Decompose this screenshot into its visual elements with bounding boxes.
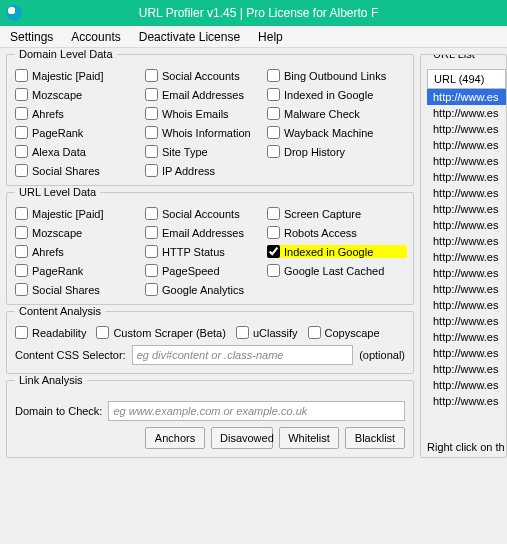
chk-label: Social Accounts — [162, 70, 240, 82]
url-list-row[interactable]: http://www.es — [427, 361, 506, 377]
url-list-row[interactable]: http://www.es — [427, 281, 506, 297]
chk-ahrefs[interactable]: Ahrefs — [15, 245, 145, 258]
menu-settings[interactable]: Settings — [10, 30, 53, 44]
group-url-list: URL List URL (494) http://www.eshttp://w… — [420, 54, 507, 458]
url-list-row[interactable]: http://www.es — [427, 329, 506, 345]
blacklist-button[interactable]: Blacklist — [345, 427, 405, 449]
url-list-row[interactable]: http://www.es — [427, 313, 506, 329]
chk-custom-scraper[interactable]: Custom Scraper (Beta) — [96, 326, 225, 339]
chk-ahrefs[interactable]: Ahrefs — [15, 107, 145, 120]
chk-label: Indexed in Google — [284, 89, 373, 101]
chk-http-status[interactable]: HTTP Status — [145, 245, 267, 258]
chk-label: Readability — [32, 327, 86, 339]
chk-wayback-machine[interactable]: Wayback Machine — [267, 126, 407, 139]
menu-accounts[interactable]: Accounts — [71, 30, 120, 44]
chk-mozscape[interactable]: Mozscape — [15, 88, 145, 101]
chk-pagerank[interactable]: PageRank — [15, 126, 145, 139]
chk-google-analytics[interactable]: Google Analytics — [145, 283, 267, 296]
chk-label: Majestic [Paid] — [32, 208, 104, 220]
chk-pagerank[interactable]: PageRank — [15, 264, 145, 277]
url-list-row[interactable]: http://www.es — [427, 105, 506, 121]
url-list-row[interactable]: http://www.es — [427, 121, 506, 137]
url-list-row[interactable]: http://www.es — [427, 137, 506, 153]
group-legend: Content Analysis — [15, 305, 105, 317]
chk-label: Ahrefs — [32, 246, 64, 258]
chk-readability[interactable]: Readability — [15, 326, 86, 339]
chk-site-type[interactable]: Site Type — [145, 145, 267, 158]
url-list[interactable]: http://www.eshttp://www.eshttp://www.esh… — [427, 89, 506, 438]
url-list-row[interactable]: http://www.es — [427, 217, 506, 233]
chk-label: Screen Capture — [284, 208, 361, 220]
group-legend: URL List — [429, 54, 479, 60]
menu-help[interactable]: Help — [258, 30, 283, 44]
content-css-selector-label: Content CSS Selector: — [15, 349, 126, 361]
chk-majestic-paid[interactable]: Majestic [Paid] — [15, 69, 145, 82]
group-domain-level-data: Domain Level Data Majestic [Paid]Social … — [6, 54, 414, 186]
url-list-row[interactable]: http://www.es — [427, 297, 506, 313]
chk-email-addresses[interactable]: Email Addresses — [145, 88, 267, 101]
whitelist-button[interactable]: Whitelist — [279, 427, 339, 449]
url-list-row[interactable]: http://www.es — [427, 377, 506, 393]
chk-indexed-in-google[interactable]: Indexed in Google — [267, 245, 407, 258]
group-legend: URL Level Data — [15, 186, 100, 198]
url-list-row[interactable]: http://www.es — [427, 345, 506, 361]
chk-google-last-cached[interactable]: Google Last Cached — [267, 264, 407, 277]
chk-pagespeed[interactable]: PageSpeed — [145, 264, 267, 277]
chk-label: Email Addresses — [162, 227, 244, 239]
chk-social-shares[interactable]: Social Shares — [15, 164, 145, 177]
chk-screen-capture[interactable]: Screen Capture — [267, 207, 407, 220]
url-list-row[interactable]: http://www.es — [427, 249, 506, 265]
chk-label: PageRank — [32, 265, 83, 277]
chk-label: Email Addresses — [162, 89, 244, 101]
app-icon — [6, 5, 22, 21]
chk-label: Indexed in Google — [284, 246, 373, 258]
chk-bing-outbound-links[interactable]: Bing Outbound Links — [267, 69, 407, 82]
url-list-row[interactable]: http://www.es — [427, 265, 506, 281]
url-list-row[interactable]: http://www.es — [427, 89, 506, 105]
chk-copyscape[interactable]: Copyscape — [308, 326, 380, 339]
chk-label: uClassify — [253, 327, 298, 339]
chk-majestic-paid[interactable]: Majestic [Paid] — [15, 207, 145, 220]
chk-label: PageRank — [32, 127, 83, 139]
chk-alexa-data[interactable]: Alexa Data — [15, 145, 145, 158]
content-css-selector-input[interactable] — [132, 345, 353, 365]
chk-ip-address[interactable]: IP Address — [145, 164, 267, 177]
anchors-button[interactable]: Anchors — [145, 427, 205, 449]
chk-label: Robots Access — [284, 227, 357, 239]
url-list-row[interactable]: http://www.es — [427, 233, 506, 249]
url-list-row[interactable]: http://www.es — [427, 201, 506, 217]
chk-label: Ahrefs — [32, 108, 64, 120]
chk-label: HTTP Status — [162, 246, 225, 258]
chk-robots-access[interactable]: Robots Access — [267, 226, 407, 239]
chk-indexed-in-google[interactable]: Indexed in Google — [267, 88, 407, 101]
window-title: URL Profiler v1.45 | Pro License for Alb… — [30, 6, 507, 20]
chk-email-addresses[interactable]: Email Addresses — [145, 226, 267, 239]
url-list-footnote: Right click on th — [427, 438, 506, 453]
chk-social-shares[interactable]: Social Shares — [15, 283, 145, 296]
url-list-row[interactable]: http://www.es — [427, 393, 506, 409]
menubar: Settings Accounts Deactivate License Hel… — [0, 26, 507, 48]
url-list-row[interactable]: http://www.es — [427, 169, 506, 185]
url-list-row[interactable]: http://www.es — [427, 153, 506, 169]
chk-label: Whois Information — [162, 127, 251, 139]
chk-label: Google Analytics — [162, 284, 244, 296]
chk-label: Whois Emails — [162, 108, 229, 120]
chk-label: Custom Scraper (Beta) — [113, 327, 225, 339]
disavowed-button[interactable]: Disavowed — [211, 427, 273, 449]
chk-uclassify[interactable]: uClassify — [236, 326, 298, 339]
menu-deactivate-license[interactable]: Deactivate License — [139, 30, 240, 44]
domain-to-check-input[interactable] — [108, 401, 405, 421]
chk-whois-information[interactable]: Whois Information — [145, 126, 267, 139]
chk-social-accounts[interactable]: Social Accounts — [145, 207, 267, 220]
chk-drop-history[interactable]: Drop History — [267, 145, 407, 158]
chk-social-accounts[interactable]: Social Accounts — [145, 69, 267, 82]
chk-whois-emails[interactable]: Whois Emails — [145, 107, 267, 120]
url-list-row[interactable]: http://www.es — [427, 185, 506, 201]
url-list-header[interactable]: URL (494) — [427, 69, 506, 89]
chk-label: Social Shares — [32, 284, 100, 296]
chk-label: Wayback Machine — [284, 127, 373, 139]
chk-mozscape[interactable]: Mozscape — [15, 226, 145, 239]
chk-malware-check[interactable]: Malware Check — [267, 107, 407, 120]
chk-label: Malware Check — [284, 108, 360, 120]
chk-label: Drop History — [284, 146, 345, 158]
